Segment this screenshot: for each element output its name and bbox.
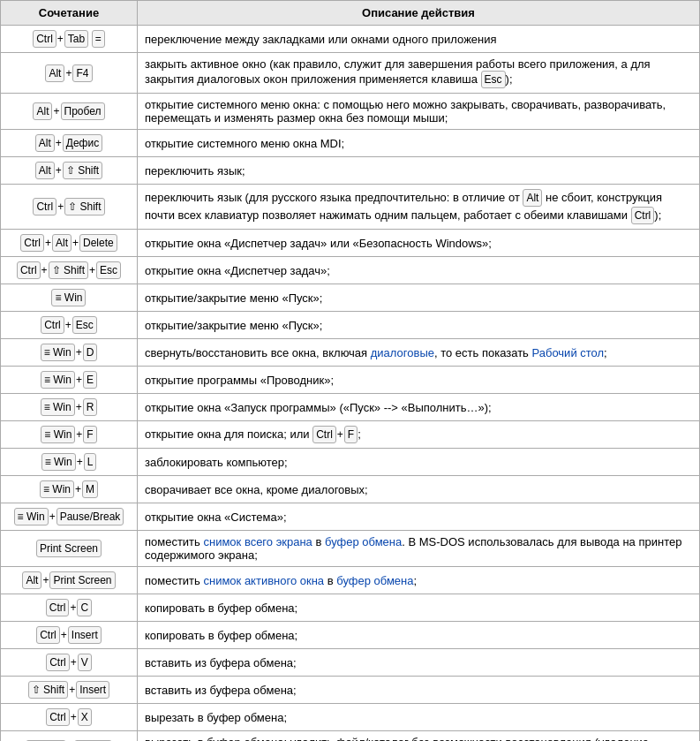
table-row: ⇧ Shift+Insertвставить из буфера обмена; [1,677,700,704]
shortcut-cell: Ctrl+V [1,649,138,677]
description-cell: свернуть/восстановить все окна, включая … [137,339,699,367]
shortcut-cell: Ctrl+⇧ Shift+Esc [1,257,138,284]
table-row: Ctrl+Tab =переключение между закладками … [1,26,700,53]
shortcut-cell: Ctrl+X [1,704,138,731]
description-cell: открытие окна для поиска; или Ctrl+F; [137,421,699,449]
shortcut-cell: Alt+Пробел [1,94,138,130]
shortcut-cell: Alt+⇧ Shift [1,157,138,185]
shortcut-cell: Ctrl+⇧ Shift [1,185,138,230]
description-cell: копировать в буфер обмена; [137,594,699,622]
table-row: ≡ Win+Rоткрытие окна «Запуск программы» … [1,394,700,421]
description-cell: открытие системного меню окна: с помощью… [137,94,699,130]
description-cell: поместить снимок всего экрана в буфер об… [137,531,699,567]
shortcut-cell: ≡ Win+F [1,421,138,449]
shortcut-cell: ≡ Win+E [1,367,138,394]
shortcut-cell: Print Screen [1,531,138,567]
table-row: ≡ Win+Dсвернуть/восстановить все окна, в… [1,339,700,367]
table-row: ≡ Win+Lзаблокировать компьютер; [1,449,700,476]
table-row: ≡ Win+Eоткрытие программы «Проводник»; [1,367,700,394]
shortcut-cell: ≡ Win+L [1,449,138,476]
description-cell: закрыть активное окно (как правило, служ… [137,53,699,94]
shortcut-cell: Ctrl+Insert [1,622,138,649]
description-cell: вставить из буфера обмена; [137,677,699,704]
col-shortcut-header: Сочетание [1,1,138,26]
shortcut-cell: ⇧ Shift+Delete [1,731,138,742]
shortcut-cell: ≡ Win+M [1,476,138,503]
table-row: ≡ Winоткрытие/закрытие меню «Пуск»; [1,284,700,312]
shortcut-cell: Ctrl+C [1,594,138,622]
description-cell: открытие/закрытие меню «Пуск»; [137,284,699,312]
shortcut-cell: Alt+F4 [1,53,138,94]
description-cell: открытие окна «Диспетчер задач» или «Без… [137,230,699,257]
description-cell: открытие/закрытие меню «Пуск»; [137,312,699,339]
description-cell: сворачивает все окна, кроме диалоговых; [137,476,699,503]
table-row: ≡ Win+Pause/Breakоткрытие окна «Система»… [1,503,700,531]
shortcut-cell: ≡ Win+D [1,339,138,367]
table-row: Ctrl+Insertкопировать в буфер обмена; [1,622,700,649]
description-cell: открытие программы «Проводник»; [137,367,699,394]
description-cell: вырезать в буфер обмена; [137,704,699,731]
description-cell: открытие окна «Система»; [137,503,699,531]
description-cell: переключить язык; [137,157,699,185]
table-row: Alt+⇧ Shiftпереключить язык; [1,157,700,185]
table-row: Alt+Пробелоткрытие системного меню окна:… [1,94,700,130]
table-row: Alt+Дефисоткрытие системного меню окна M… [1,130,700,157]
table-row: Print Screenпоместить снимок всего экран… [1,531,700,567]
table-row: Ctrl+Alt+Deleteоткрытие окна «Диспетчер … [1,230,700,257]
description-cell: вырезать в буфер обмена; удалить файл/ка… [137,731,699,742]
description-cell: переключить язык (для русского языка пре… [137,185,699,230]
description-cell: поместить снимок активного окна в буфер … [137,567,699,594]
shortcut-cell: ≡ Win+Pause/Break [1,503,138,531]
keyboard-shortcuts-table: Сочетание Описание действия Ctrl+Tab =пе… [0,0,700,741]
shortcut-cell: Alt+Print Screen [1,567,138,594]
shortcut-cell: Ctrl+Esc [1,312,138,339]
description-cell: открытие системного меню окна MDI; [137,130,699,157]
table-row: Alt+Print Screenпоместить снимок активно… [1,567,700,594]
shortcut-cell: Alt+Дефис [1,130,138,157]
description-cell: заблокировать компьютер; [137,449,699,476]
shortcut-cell: Ctrl+Tab = [1,26,138,53]
table-row: ≡ Win+Fоткрытие окна для поиска; или Ctr… [1,421,700,449]
shortcut-cell: ⇧ Shift+Insert [1,677,138,704]
table-row: Ctrl+Escоткрытие/закрытие меню «Пуск»; [1,312,700,339]
table-row: Ctrl+⇧ Shift+Escоткрытие окна «Диспетчер… [1,257,700,284]
table-row: ⇧ Shift+Deleteвырезать в буфер обмена; у… [1,731,700,742]
table-row: ≡ Win+Mсворачивает все окна, кроме диало… [1,476,700,503]
description-cell: вставить из буфера обмена; [137,649,699,677]
shortcut-cell: ≡ Win [1,284,138,312]
description-cell: переключение между закладками или окнами… [137,26,699,53]
table-row: Alt+F4закрыть активное окно (как правило… [1,53,700,94]
table-row: Ctrl+Xвырезать в буфер обмена; [1,704,700,731]
table-row: Ctrl+Cкопировать в буфер обмена; [1,594,700,622]
shortcut-cell: Ctrl+Alt+Delete [1,230,138,257]
table-row: Ctrl+⇧ Shiftпереключить язык (для русско… [1,185,700,230]
col-description-header: Описание действия [137,1,699,26]
description-cell: копировать в буфер обмена; [137,622,699,649]
table-row: Ctrl+Vвставить из буфера обмена; [1,649,700,677]
description-cell: открытие окна «Запуск программы» («Пуск»… [137,394,699,421]
description-cell: открытие окна «Диспетчер задач»; [137,257,699,284]
shortcut-cell: ≡ Win+R [1,394,138,421]
